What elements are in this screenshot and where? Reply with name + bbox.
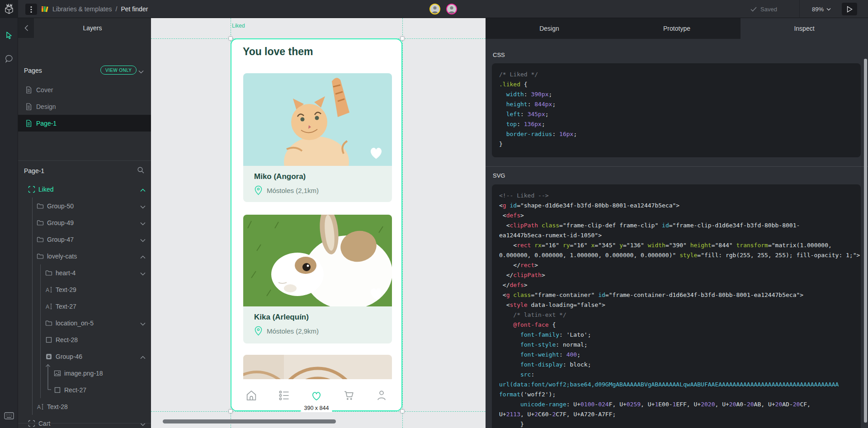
view-only-badge: VIEW ONLY bbox=[100, 66, 137, 75]
code-line: font-weight: 400; bbox=[499, 350, 854, 360]
layer-toggle[interactable] bbox=[140, 203, 146, 210]
frame-name-label[interactable]: Liked bbox=[232, 23, 245, 29]
collapse-panel-button[interactable] bbox=[21, 23, 32, 33]
layer-item-group-50[interactable]: Group-50 bbox=[18, 198, 151, 214]
snap-guide-right bbox=[402, 18, 403, 428]
check-icon bbox=[750, 7, 757, 12]
search-icon bbox=[137, 166, 145, 174]
resize-handle-ne[interactable] bbox=[401, 37, 405, 41]
pet-card[interactable]: Kika (Arlequín)Móstoles (2,9km) bbox=[243, 215, 392, 343]
profile-icon bbox=[375, 389, 388, 402]
favorite-button[interactable] bbox=[368, 144, 385, 160]
pet-location: Móstoles (2,1km) bbox=[254, 185, 392, 195]
code-line: <g class="frame-container" id="frame-con… bbox=[499, 290, 854, 300]
layer-toggle[interactable] bbox=[140, 253, 146, 260]
favorite-heart-icon bbox=[368, 285, 385, 300]
avatar-user-1[interactable] bbox=[429, 4, 440, 14]
layer-item-group-47[interactable]: Group-47 bbox=[18, 231, 151, 248]
page-item-design[interactable]: Design bbox=[18, 98, 151, 115]
code-line: 0.000000, 0.000000, 1.000000, 0.000000, … bbox=[499, 250, 854, 260]
css-code-block[interactable]: /* Liked */.liked { width: 390px; height… bbox=[492, 63, 861, 157]
text-icon: A bbox=[45, 303, 52, 310]
layer-toggle[interactable] bbox=[140, 353, 146, 361]
liked-frame[interactable]: You love them Miko (Angora)Móstoles (2,1… bbox=[231, 38, 402, 411]
svg-code-block[interactable]: <!-- Liked --><g id="shape-d1d6e34f-b3fd… bbox=[492, 184, 861, 428]
layer-item-lovely-cats[interactable]: lovely-cats bbox=[18, 248, 151, 264]
layer-item-location_on-5[interactable]: location_on-5 bbox=[18, 315, 151, 331]
layer-item-heart-4[interactable]: heart-4 bbox=[18, 264, 151, 281]
save-status: Saved bbox=[750, 0, 777, 18]
layer-item-text-29[interactable]: AText-29 bbox=[18, 281, 151, 298]
layers-tab-label: Layers bbox=[83, 24, 102, 32]
pages-collapse-button[interactable] bbox=[138, 67, 144, 75]
layer-toggle[interactable] bbox=[140, 220, 146, 227]
page-icon bbox=[25, 86, 32, 94]
code-line: width: 390px; bbox=[499, 89, 854, 99]
nav-home-icon[interactable] bbox=[245, 389, 258, 402]
canvas-viewport[interactable]: Liked You love them Miko (Angora)Móstole… bbox=[151, 18, 486, 428]
search-layers-button[interactable] bbox=[137, 166, 145, 176]
tab-layers[interactable]: Layers bbox=[34, 18, 151, 38]
pet-card-info: Miko (Angora)Móstoles (2,1km) bbox=[243, 166, 392, 202]
pages-title: Pages bbox=[24, 67, 42, 74]
avatar-user-2[interactable] bbox=[446, 4, 457, 14]
nav-list-icon[interactable] bbox=[278, 389, 290, 402]
resize-handle-nw[interactable] bbox=[229, 37, 233, 41]
breadcrumb-separator: / bbox=[116, 5, 118, 13]
layer-item-liked[interactable]: Liked bbox=[18, 181, 151, 198]
resize-handle-sw[interactable] bbox=[229, 409, 233, 414]
pet-card[interactable]: Miko (Angora)Móstoles (2,1km) bbox=[243, 73, 392, 202]
layer-item-group-49[interactable]: Group-49 bbox=[18, 214, 151, 231]
app-logo[interactable] bbox=[0, 0, 18, 18]
heart-icon bbox=[310, 389, 323, 402]
zoom-control[interactable]: 89% bbox=[812, 0, 831, 18]
nav-cart-icon[interactable] bbox=[343, 389, 355, 402]
tab-inspect[interactable]: Inspect bbox=[741, 18, 868, 39]
inspect-panel-scrollbar[interactable] bbox=[864, 59, 867, 423]
layer-toggle[interactable] bbox=[140, 320, 146, 327]
pointer-tool-button[interactable] bbox=[4, 30, 14, 41]
canvas-horizontal-scrollbar[interactable] bbox=[163, 419, 336, 423]
code-line: </defs> bbox=[499, 280, 854, 290]
tab-design[interactable]: Design bbox=[486, 18, 613, 39]
layer-item-text-27[interactable]: AText-27 bbox=[18, 298, 151, 315]
layer-toggle[interactable] bbox=[140, 270, 146, 277]
layer-item-rect-28[interactable]: Rect-28 bbox=[18, 331, 151, 348]
tab-prototype[interactable]: Prototype bbox=[613, 18, 741, 39]
frame-size-label: 390 x 844 bbox=[301, 404, 332, 412]
group-icon bbox=[37, 219, 44, 226]
layer-toggle[interactable] bbox=[140, 420, 146, 428]
breadcrumb-file-name[interactable]: Pet finder bbox=[121, 5, 148, 13]
resize-handle-se[interactable] bbox=[401, 409, 405, 414]
nav-profile-icon[interactable] bbox=[375, 389, 388, 402]
nav-heart-icon[interactable] bbox=[310, 389, 323, 402]
chevron-down-icon bbox=[138, 70, 144, 74]
layer-toggle[interactable] bbox=[140, 236, 146, 244]
chevron-down-icon bbox=[826, 8, 831, 11]
view-mode-button[interactable] bbox=[842, 3, 857, 15]
page-list: CoverDesignPage-1 bbox=[18, 81, 151, 132]
comments-tool-button[interactable] bbox=[4, 53, 14, 64]
favorite-button[interactable] bbox=[368, 285, 385, 300]
pet-photo bbox=[243, 215, 392, 306]
svg-text:A: A bbox=[46, 303, 49, 310]
layer-label: Group-50 bbox=[47, 202, 74, 210]
page-item-cover[interactable]: Cover bbox=[18, 81, 151, 98]
layer-item-cart[interactable]: Cart bbox=[18, 415, 151, 428]
main-menu-button[interactable] bbox=[25, 4, 37, 15]
layer-item-rect-27[interactable]: Rect-27 bbox=[18, 381, 151, 398]
page-section-header: Page-1 bbox=[18, 161, 151, 181]
layer-item-group-46[interactable]: Group-46 bbox=[18, 348, 151, 365]
code-line: <clipPath class="frame-clip-def frame-cl… bbox=[499, 221, 854, 230]
pages-header: Pages VIEW ONLY bbox=[18, 61, 151, 80]
layer-item-image.png-18[interactable]: image.png-18 bbox=[18, 365, 151, 381]
pet-name: Kika (Arlequín) bbox=[254, 313, 392, 322]
page-item-page-1[interactable]: Page-1 bbox=[18, 115, 151, 132]
breadcrumb-library[interactable]: Libraries & templates bbox=[52, 5, 112, 13]
cart-icon bbox=[343, 389, 355, 402]
layer-toggle[interactable] bbox=[140, 186, 146, 193]
layer-item-text-28[interactable]: AText-28 bbox=[18, 398, 151, 415]
code-line: unicode-range: U+0100-024F, U+0259, U+1E… bbox=[499, 400, 854, 409]
shortcuts-button[interactable] bbox=[4, 410, 14, 421]
zoom-level[interactable]: 89% bbox=[812, 6, 824, 13]
